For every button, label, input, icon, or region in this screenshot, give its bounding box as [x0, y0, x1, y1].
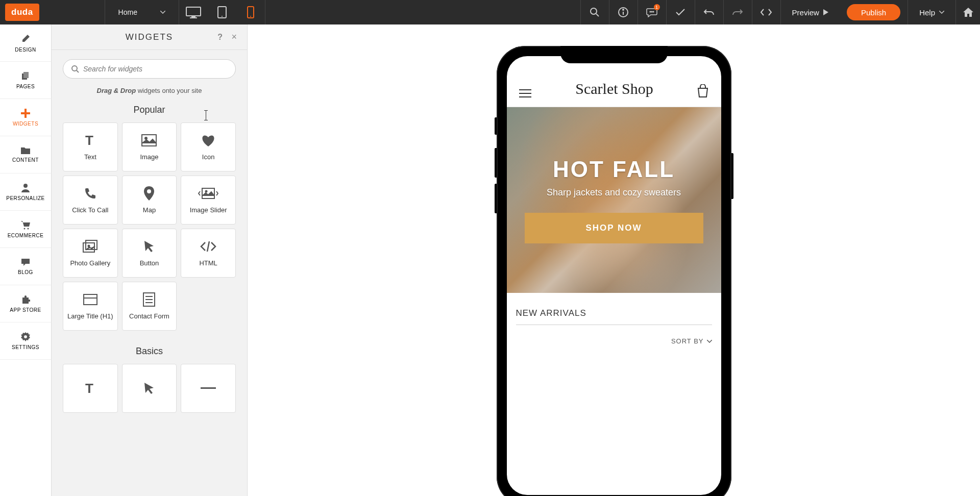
svg-point-21	[28, 228, 29, 229]
widget-click-to-call[interactable]: Click To Call	[63, 176, 118, 225]
topbar-tools: 1	[580, 0, 780, 24]
widgets-close-button[interactable]: ×	[231, 32, 237, 42]
undo-button[interactable]	[695, 0, 723, 24]
publish-button[interactable]: Publish	[847, 4, 900, 20]
widget-text[interactable]: T Text	[63, 122, 118, 171]
svg-rect-0	[186, 7, 201, 16]
svg-point-6	[250, 16, 251, 17]
sidebar-item-pages[interactable]: PAGES	[0, 62, 51, 99]
sidebar-item-personalize[interactable]: PERSONALIZE	[0, 173, 51, 211]
widget-search-wrap[interactable]	[63, 59, 236, 79]
info-button[interactable]	[609, 0, 638, 24]
notification-badge: 1	[654, 4, 660, 10]
top-bar: duda Home 1	[0, 0, 980, 24]
dashboard-home-button[interactable]	[955, 0, 980, 24]
sidebar-item-design[interactable]: DESIGN	[0, 24, 51, 62]
widgets-help-button[interactable]: ?	[217, 33, 223, 42]
new-arrivals-section[interactable]: NEW ARRIVALS SORT BY	[507, 293, 721, 345]
hero-section[interactable]: HOT FALL Sharp jackets and cozy sweaters…	[507, 107, 721, 293]
new-arrivals-title: NEW ARRIVALS	[516, 308, 712, 325]
divider-icon	[201, 381, 216, 396]
svg-rect-42	[201, 387, 216, 389]
pointer-icon	[142, 381, 156, 396]
widget-button[interactable]: Button	[122, 229, 177, 278]
widget-image-slider[interactable]: Image Slider	[181, 176, 236, 225]
search-button[interactable]	[580, 0, 609, 24]
device-switcher	[179, 0, 265, 24]
phone-icon	[84, 186, 96, 201]
mobile-device-button[interactable]	[236, 0, 265, 24]
redo-button[interactable]	[723, 0, 752, 24]
image-icon	[141, 133, 157, 148]
site-preview[interactable]: Scarlet Shop HOT FALL Sharp jackets and …	[507, 56, 721, 495]
page-selector-dropdown[interactable]: Home	[105, 0, 179, 24]
svg-rect-18	[21, 112, 30, 114]
widget-image[interactable]: Image	[122, 122, 177, 171]
person-icon	[21, 183, 30, 192]
sort-by-dropdown[interactable]: SORT BY	[516, 337, 712, 345]
svg-point-7	[591, 8, 597, 14]
widget-label: Image Slider	[188, 206, 229, 214]
search-icon	[71, 65, 79, 73]
svg-point-23	[24, 335, 27, 338]
pointer-icon	[142, 239, 156, 254]
svg-point-29	[147, 189, 151, 193]
sidebar-item-appstore[interactable]: APP STORE	[0, 285, 51, 323]
sidebar-item-label: ECOMMERCE	[8, 233, 44, 238]
widget-contact-form[interactable]: Contact Form	[122, 282, 177, 331]
widget-basics-text[interactable]: T	[63, 364, 118, 413]
sidebar-item-label: SETTINGS	[12, 344, 39, 350]
chevron-down-icon	[160, 11, 165, 14]
svg-line-25	[77, 70, 79, 72]
desktop-device-button[interactable]	[179, 0, 208, 24]
widget-large-title[interactable]: Large Title (H1)	[63, 282, 118, 331]
sidebar-item-blog[interactable]: BLOG	[0, 248, 51, 285]
preview-button[interactable]: Preview	[780, 0, 840, 24]
shop-now-button[interactable]: SHOP NOW	[525, 213, 703, 243]
devmode-button[interactable]	[752, 0, 780, 24]
widget-map[interactable]: Map	[122, 176, 177, 225]
done-button[interactable]	[666, 0, 695, 24]
sidebar-item-content[interactable]: CONTENT	[0, 136, 51, 173]
svg-rect-1	[191, 16, 195, 17]
widget-search-input[interactable]	[83, 65, 227, 73]
phone-side-button	[495, 184, 497, 213]
widget-icon[interactable]: Icon	[181, 122, 236, 171]
preview-label: Preview	[792, 8, 819, 17]
heart-icon	[201, 133, 215, 148]
svg-point-24	[72, 66, 77, 71]
puzzle-icon	[21, 295, 30, 304]
widget-photo-gallery[interactable]: Photo Gallery	[63, 229, 118, 278]
widget-label: Contact Form	[127, 312, 172, 320]
widget-label: Text	[82, 153, 99, 161]
help-dropdown[interactable]: Help	[908, 0, 955, 24]
menu-button[interactable]	[519, 89, 531, 97]
widget-basics-divider[interactable]	[181, 364, 236, 413]
svg-rect-16	[23, 72, 29, 78]
phone-side-button	[495, 148, 497, 178]
svg-text:T: T	[85, 382, 93, 395]
svg-point-19	[23, 184, 28, 188]
title-icon	[83, 292, 97, 307]
hero-subtitle: Sharp jackets and cozy sweaters	[547, 186, 681, 199]
svg-point-4	[222, 16, 223, 17]
sidebar-item-ecommerce[interactable]: ECOMMERCE	[0, 211, 51, 248]
map-pin-icon	[144, 186, 154, 201]
popular-widget-grid: T Text Image Icon Click To Call Map I	[63, 122, 236, 331]
editor-canvas: Scarlet Shop HOT FALL Sharp jackets and …	[248, 24, 980, 496]
form-icon	[143, 292, 155, 307]
widget-basics-button[interactable]	[122, 364, 177, 413]
chat-icon	[21, 258, 30, 266]
sidebar-item-settings[interactable]: SETTINGS	[0, 323, 51, 360]
widget-label: Large Title (H1)	[65, 312, 115, 320]
svg-text:T: T	[85, 134, 93, 147]
widgets-panel: WIDGETS ? × Drag & Drop widgets onto you…	[52, 24, 248, 496]
svg-point-31	[206, 191, 207, 192]
brand-logo: duda	[5, 4, 39, 21]
sidebar-item-widgets[interactable]: WIDGETS	[0, 99, 51, 136]
folder-icon	[21, 146, 30, 154]
comments-button[interactable]: 1	[638, 0, 666, 24]
widget-html[interactable]: HTML	[181, 229, 236, 278]
tablet-device-button[interactable]	[208, 0, 236, 24]
cart-icon[interactable]	[697, 84, 708, 97]
